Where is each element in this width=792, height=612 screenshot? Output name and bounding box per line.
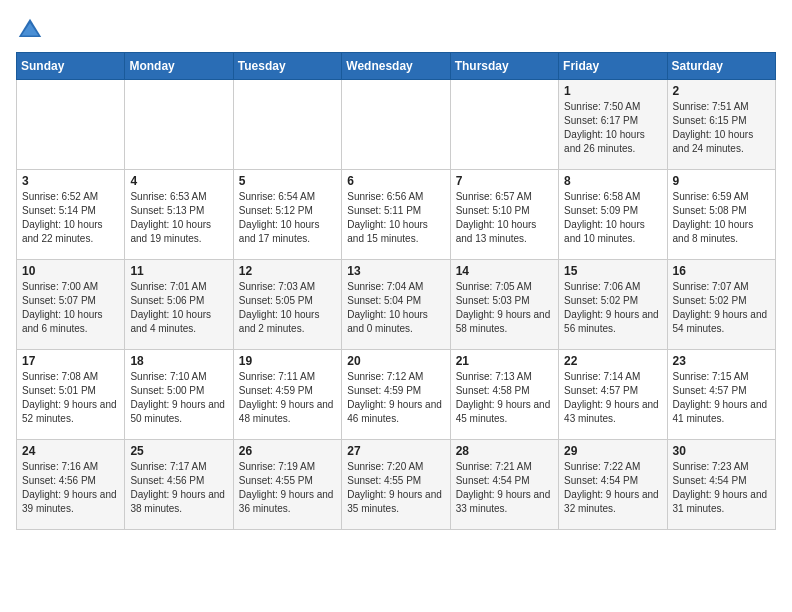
calendar-week-row: 24Sunrise: 7:16 AM Sunset: 4:56 PM Dayli…	[17, 440, 776, 530]
calendar-week-row: 17Sunrise: 7:08 AM Sunset: 5:01 PM Dayli…	[17, 350, 776, 440]
day-number: 19	[239, 354, 336, 368]
day-info: Sunrise: 7:16 AM Sunset: 4:56 PM Dayligh…	[22, 460, 119, 516]
day-number: 25	[130, 444, 227, 458]
day-info: Sunrise: 7:15 AM Sunset: 4:57 PM Dayligh…	[673, 370, 770, 426]
day-info: Sunrise: 7:12 AM Sunset: 4:59 PM Dayligh…	[347, 370, 444, 426]
day-number: 22	[564, 354, 661, 368]
calendar-cell: 3Sunrise: 6:52 AM Sunset: 5:14 PM Daylig…	[17, 170, 125, 260]
header-row: SundayMondayTuesdayWednesdayThursdayFrid…	[17, 53, 776, 80]
day-number: 7	[456, 174, 553, 188]
day-info: Sunrise: 7:08 AM Sunset: 5:01 PM Dayligh…	[22, 370, 119, 426]
day-number: 2	[673, 84, 770, 98]
day-number: 20	[347, 354, 444, 368]
day-info: Sunrise: 6:59 AM Sunset: 5:08 PM Dayligh…	[673, 190, 770, 246]
day-number: 15	[564, 264, 661, 278]
day-number: 3	[22, 174, 119, 188]
logo	[16, 16, 48, 44]
logo-icon	[16, 16, 44, 44]
calendar-cell: 20Sunrise: 7:12 AM Sunset: 4:59 PM Dayli…	[342, 350, 450, 440]
calendar-cell: 23Sunrise: 7:15 AM Sunset: 4:57 PM Dayli…	[667, 350, 775, 440]
day-info: Sunrise: 7:17 AM Sunset: 4:56 PM Dayligh…	[130, 460, 227, 516]
calendar-cell: 19Sunrise: 7:11 AM Sunset: 4:59 PM Dayli…	[233, 350, 341, 440]
day-number: 5	[239, 174, 336, 188]
day-info: Sunrise: 7:19 AM Sunset: 4:55 PM Dayligh…	[239, 460, 336, 516]
day-number: 9	[673, 174, 770, 188]
calendar-cell: 29Sunrise: 7:22 AM Sunset: 4:54 PM Dayli…	[559, 440, 667, 530]
day-number: 14	[456, 264, 553, 278]
calendar-cell: 1Sunrise: 7:50 AM Sunset: 6:17 PM Daylig…	[559, 80, 667, 170]
day-number: 28	[456, 444, 553, 458]
day-of-week-header: Tuesday	[233, 53, 341, 80]
day-info: Sunrise: 7:13 AM Sunset: 4:58 PM Dayligh…	[456, 370, 553, 426]
calendar-cell: 13Sunrise: 7:04 AM Sunset: 5:04 PM Dayli…	[342, 260, 450, 350]
day-number: 11	[130, 264, 227, 278]
day-info: Sunrise: 7:11 AM Sunset: 4:59 PM Dayligh…	[239, 370, 336, 426]
calendar-cell	[450, 80, 558, 170]
day-number: 4	[130, 174, 227, 188]
day-info: Sunrise: 7:04 AM Sunset: 5:04 PM Dayligh…	[347, 280, 444, 336]
day-info: Sunrise: 6:57 AM Sunset: 5:10 PM Dayligh…	[456, 190, 553, 246]
calendar-header: SundayMondayTuesdayWednesdayThursdayFrid…	[17, 53, 776, 80]
calendar-cell: 12Sunrise: 7:03 AM Sunset: 5:05 PM Dayli…	[233, 260, 341, 350]
calendar-cell: 5Sunrise: 6:54 AM Sunset: 5:12 PM Daylig…	[233, 170, 341, 260]
calendar-cell: 14Sunrise: 7:05 AM Sunset: 5:03 PM Dayli…	[450, 260, 558, 350]
day-info: Sunrise: 7:00 AM Sunset: 5:07 PM Dayligh…	[22, 280, 119, 336]
calendar-week-row: 1Sunrise: 7:50 AM Sunset: 6:17 PM Daylig…	[17, 80, 776, 170]
day-number: 21	[456, 354, 553, 368]
day-number: 30	[673, 444, 770, 458]
calendar-cell: 2Sunrise: 7:51 AM Sunset: 6:15 PM Daylig…	[667, 80, 775, 170]
calendar-cell	[125, 80, 233, 170]
calendar-cell: 28Sunrise: 7:21 AM Sunset: 4:54 PM Dayli…	[450, 440, 558, 530]
calendar-body: 1Sunrise: 7:50 AM Sunset: 6:17 PM Daylig…	[17, 80, 776, 530]
day-info: Sunrise: 7:20 AM Sunset: 4:55 PM Dayligh…	[347, 460, 444, 516]
day-of-week-header: Sunday	[17, 53, 125, 80]
day-info: Sunrise: 7:22 AM Sunset: 4:54 PM Dayligh…	[564, 460, 661, 516]
day-of-week-header: Thursday	[450, 53, 558, 80]
day-of-week-header: Monday	[125, 53, 233, 80]
day-number: 10	[22, 264, 119, 278]
day-info: Sunrise: 7:07 AM Sunset: 5:02 PM Dayligh…	[673, 280, 770, 336]
day-number: 16	[673, 264, 770, 278]
calendar-cell: 8Sunrise: 6:58 AM Sunset: 5:09 PM Daylig…	[559, 170, 667, 260]
day-info: Sunrise: 7:21 AM Sunset: 4:54 PM Dayligh…	[456, 460, 553, 516]
day-number: 18	[130, 354, 227, 368]
day-info: Sunrise: 6:52 AM Sunset: 5:14 PM Dayligh…	[22, 190, 119, 246]
day-info: Sunrise: 7:05 AM Sunset: 5:03 PM Dayligh…	[456, 280, 553, 336]
calendar-cell: 24Sunrise: 7:16 AM Sunset: 4:56 PM Dayli…	[17, 440, 125, 530]
calendar-cell	[17, 80, 125, 170]
day-info: Sunrise: 7:01 AM Sunset: 5:06 PM Dayligh…	[130, 280, 227, 336]
day-of-week-header: Wednesday	[342, 53, 450, 80]
calendar-cell: 27Sunrise: 7:20 AM Sunset: 4:55 PM Dayli…	[342, 440, 450, 530]
day-of-week-header: Friday	[559, 53, 667, 80]
calendar-week-row: 10Sunrise: 7:00 AM Sunset: 5:07 PM Dayli…	[17, 260, 776, 350]
day-of-week-header: Saturday	[667, 53, 775, 80]
calendar: SundayMondayTuesdayWednesdayThursdayFrid…	[16, 52, 776, 530]
day-info: Sunrise: 7:50 AM Sunset: 6:17 PM Dayligh…	[564, 100, 661, 156]
day-number: 29	[564, 444, 661, 458]
calendar-cell: 17Sunrise: 7:08 AM Sunset: 5:01 PM Dayli…	[17, 350, 125, 440]
calendar-cell: 15Sunrise: 7:06 AM Sunset: 5:02 PM Dayli…	[559, 260, 667, 350]
calendar-cell: 21Sunrise: 7:13 AM Sunset: 4:58 PM Dayli…	[450, 350, 558, 440]
day-info: Sunrise: 7:10 AM Sunset: 5:00 PM Dayligh…	[130, 370, 227, 426]
day-number: 12	[239, 264, 336, 278]
day-info: Sunrise: 7:23 AM Sunset: 4:54 PM Dayligh…	[673, 460, 770, 516]
calendar-week-row: 3Sunrise: 6:52 AM Sunset: 5:14 PM Daylig…	[17, 170, 776, 260]
calendar-cell	[233, 80, 341, 170]
day-number: 8	[564, 174, 661, 188]
calendar-cell: 16Sunrise: 7:07 AM Sunset: 5:02 PM Dayli…	[667, 260, 775, 350]
calendar-cell: 7Sunrise: 6:57 AM Sunset: 5:10 PM Daylig…	[450, 170, 558, 260]
header	[16, 16, 776, 44]
calendar-cell: 22Sunrise: 7:14 AM Sunset: 4:57 PM Dayli…	[559, 350, 667, 440]
day-number: 13	[347, 264, 444, 278]
calendar-cell: 10Sunrise: 7:00 AM Sunset: 5:07 PM Dayli…	[17, 260, 125, 350]
calendar-cell	[342, 80, 450, 170]
day-number: 6	[347, 174, 444, 188]
day-info: Sunrise: 7:03 AM Sunset: 5:05 PM Dayligh…	[239, 280, 336, 336]
day-number: 27	[347, 444, 444, 458]
calendar-cell: 4Sunrise: 6:53 AM Sunset: 5:13 PM Daylig…	[125, 170, 233, 260]
calendar-cell: 25Sunrise: 7:17 AM Sunset: 4:56 PM Dayli…	[125, 440, 233, 530]
day-number: 17	[22, 354, 119, 368]
day-number: 1	[564, 84, 661, 98]
day-number: 23	[673, 354, 770, 368]
day-number: 24	[22, 444, 119, 458]
